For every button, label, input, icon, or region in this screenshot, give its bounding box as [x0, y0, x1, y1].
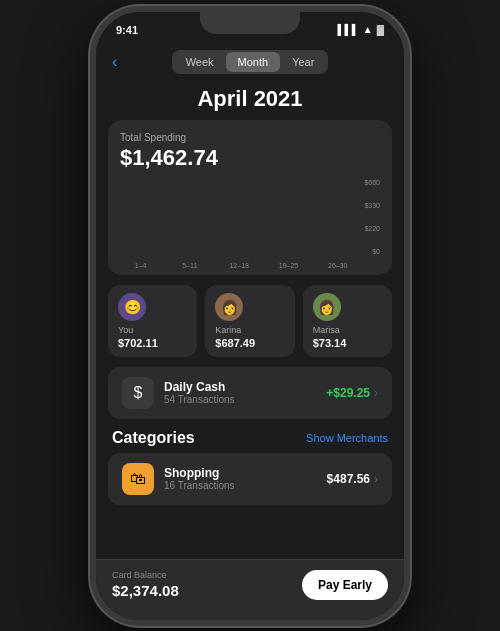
- chart-bars: 1–4 5–11 12–18 19–25: [120, 179, 358, 269]
- avatar-marisa: 👩: [313, 293, 341, 321]
- people-row: 😊 You $702.11 👩 Karina $687.49 👩 Marisa …: [108, 285, 392, 357]
- card-balance-value: $2,374.08: [112, 582, 179, 599]
- person-amount-karina: $687.49: [215, 337, 255, 349]
- bar-group-4: 19–25: [268, 259, 309, 269]
- shopping-right: $487.56 ›: [327, 472, 378, 486]
- categories-header: Categories Show Merchants: [96, 429, 404, 447]
- daily-cash-card[interactable]: $ Daily Cash 54 Transactions +$29.25 ›: [108, 367, 392, 419]
- person-name-you: You: [118, 325, 133, 335]
- shopping-card[interactable]: 🛍 Shopping 16 Transactions $487.56 ›: [108, 453, 392, 505]
- bottom-bar: Card Balance $2,374.08 Pay Early: [96, 559, 404, 620]
- tab-year[interactable]: Year: [280, 52, 326, 72]
- chart-y-axis: $660 $330 $220 $0: [364, 179, 380, 269]
- status-time: 9:41: [116, 24, 138, 36]
- y-label-4: $0: [364, 248, 380, 255]
- chart-card: Total Spending $1,462.74 1–4 5–11 12–18: [108, 120, 392, 275]
- shopping-left: 🛍 Shopping 16 Transactions: [122, 463, 235, 495]
- bar-label-1: 1–4: [135, 262, 147, 269]
- daily-cash-right: +$29.25 ›: [326, 386, 378, 400]
- shopping-icon: 🛍: [122, 463, 154, 495]
- person-amount-you: $702.11: [118, 337, 158, 349]
- bar-group-2: 5–11: [169, 259, 210, 269]
- shopping-subtitle: 16 Transactions: [164, 480, 235, 491]
- segment-control: Week Month Year: [172, 50, 329, 74]
- show-merchants-button[interactable]: Show Merchants: [306, 432, 388, 444]
- person-card-karina[interactable]: 👩 Karina $687.49: [205, 285, 294, 357]
- categories-title: Categories: [112, 429, 195, 447]
- person-amount-marisa: $73.14: [313, 337, 347, 349]
- bar-group-3: 12–18: [219, 259, 260, 269]
- card-balance-label: Card Balance: [112, 570, 179, 580]
- bar-label-5: 26–30: [328, 262, 347, 269]
- phone-screen: 9:41 ▌▌▌ ▲ ▓ ‹ Week Month Year April 202…: [96, 12, 404, 620]
- tab-week[interactable]: Week: [174, 52, 226, 72]
- daily-cash-amount: +$29.25: [326, 386, 370, 400]
- bar-group-5: 26–30: [317, 259, 358, 269]
- person-card-you[interactable]: 😊 You $702.11: [108, 285, 197, 357]
- person-card-marisa[interactable]: 👩 Marisa $73.14: [303, 285, 392, 357]
- daily-cash-subtitle: 54 Transactions: [164, 394, 235, 405]
- pay-early-button[interactable]: Pay Early: [302, 570, 388, 600]
- total-spending-value: $1,462.74: [120, 145, 380, 171]
- shopping-chevron-icon: ›: [374, 472, 378, 486]
- person-name-karina: Karina: [215, 325, 241, 335]
- battery-icon: ▓: [377, 24, 384, 35]
- page-title: April 2021: [96, 86, 404, 112]
- y-label-3: $220: [364, 225, 380, 232]
- tab-month[interactable]: Month: [226, 52, 281, 72]
- wifi-icon: ▲: [363, 24, 373, 35]
- phone-frame: 9:41 ▌▌▌ ▲ ▓ ‹ Week Month Year April 202…: [90, 6, 410, 626]
- bar-label-2: 5–11: [182, 262, 198, 269]
- total-spending-label: Total Spending: [120, 132, 380, 143]
- bar-label-3: 12–18: [229, 262, 248, 269]
- person-name-marisa: Marisa: [313, 325, 340, 335]
- daily-cash-left: $ Daily Cash 54 Transactions: [122, 377, 235, 409]
- daily-cash-info: Daily Cash 54 Transactions: [164, 380, 235, 405]
- notch: [200, 12, 300, 34]
- shopping-title: Shopping: [164, 466, 235, 480]
- signal-icon: ▌▌▌: [338, 24, 359, 35]
- bar-group-1: 1–4: [120, 259, 161, 269]
- status-icons: ▌▌▌ ▲ ▓: [338, 24, 384, 35]
- avatar-karina: 👩: [215, 293, 243, 321]
- y-label-2: $330: [364, 202, 380, 209]
- daily-cash-icon: $: [122, 377, 154, 409]
- card-balance-section: Card Balance $2,374.08: [112, 570, 179, 599]
- bar-label-4: 19–25: [279, 262, 298, 269]
- header-nav: ‹ Week Month Year: [96, 44, 404, 80]
- shopping-amount: $487.56: [327, 472, 370, 486]
- chart-area: 1–4 5–11 12–18 19–25: [120, 179, 380, 269]
- back-button[interactable]: ‹: [112, 53, 117, 71]
- y-label-1: $660: [364, 179, 380, 186]
- avatar-you: 😊: [118, 293, 146, 321]
- chevron-right-icon: ›: [374, 386, 378, 400]
- shopping-info: Shopping 16 Transactions: [164, 466, 235, 491]
- daily-cash-title: Daily Cash: [164, 380, 235, 394]
